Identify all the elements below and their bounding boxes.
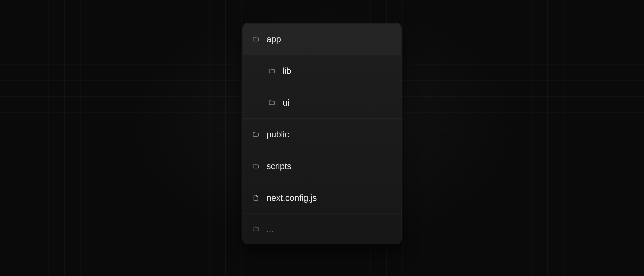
- folder-icon: [252, 131, 259, 138]
- file-tree-panel: app lib ui public scripts next.config.js: [242, 23, 402, 244]
- tree-item-label: public: [266, 129, 289, 139]
- tree-item-app[interactable]: app: [243, 23, 401, 55]
- tree-item-label: app: [266, 34, 281, 44]
- folder-icon: [252, 225, 259, 232]
- tree-item-next-config[interactable]: next.config.js: [243, 182, 401, 214]
- tree-item-label: lib: [282, 66, 291, 76]
- tree-item-label: ...: [266, 224, 274, 234]
- tree-item-ui[interactable]: ui: [243, 87, 401, 119]
- file-icon: [252, 194, 259, 201]
- tree-item-lib[interactable]: lib: [243, 55, 401, 87]
- folder-icon: [252, 163, 259, 169]
- folder-icon: [252, 36, 259, 43]
- folder-icon: [268, 99, 275, 106]
- folder-icon: [268, 67, 275, 74]
- tree-item-label: scripts: [266, 161, 292, 171]
- tree-item-scripts[interactable]: scripts: [243, 150, 401, 182]
- tree-item-label: ui: [282, 98, 289, 108]
- tree-item-public[interactable]: public: [243, 119, 401, 150]
- tree-item-label: next.config.js: [266, 193, 317, 203]
- tree-item-more[interactable]: ...: [243, 214, 401, 244]
